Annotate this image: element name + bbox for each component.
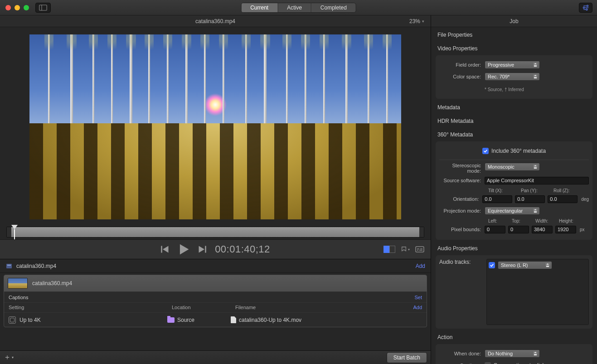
video-properties-group: Field order: Progressive Color space: Re… — [436, 55, 592, 99]
include-360-label: Include 360° metadata — [491, 148, 546, 154]
svg-point-7 — [586, 9, 587, 10]
color-space-label: Color space: — [439, 74, 485, 79]
pb-top-input[interactable]: 0 — [508, 226, 529, 233]
save-captions-checkbox[interactable] — [485, 362, 491, 364]
projection-mode-select[interactable]: Equirectangular — [485, 207, 540, 215]
inspector-pane: Job File Properties Video Properties Fie… — [431, 15, 597, 364]
captions-label: Captions — [9, 295, 28, 300]
output-row[interactable]: Up to 4K Source catalina360-Up to 4K.mov — [4, 312, 427, 327]
window-controls — [5, 5, 29, 10]
left-pane: catalina360.mp4 23% ▾ — [0, 15, 431, 364]
inspector-title: Job — [431, 15, 597, 27]
batch-filename: catalina360.mp4 — [16, 263, 56, 269]
toggle-inspector-button[interactable] — [579, 3, 592, 13]
zoom-window[interactable] — [24, 5, 29, 10]
roll-input[interactable]: 0.0 — [548, 195, 578, 203]
playhead[interactable] — [11, 225, 18, 230]
audio-tracks-list[interactable]: Stereo (L R) — [486, 259, 589, 325]
minimize-window[interactable] — [15, 5, 20, 10]
close-window[interactable] — [5, 5, 11, 10]
section-video-properties[interactable]: Video Properties — [431, 41, 597, 54]
source-software-input[interactable]: Apple CompressorKit — [485, 177, 589, 184]
pb-height-input[interactable]: 1920 — [555, 226, 576, 233]
section-audio-properties[interactable]: Audio Properties — [431, 241, 597, 254]
svg-rect-18 — [6, 264, 12, 268]
col-setting: Setting — [4, 303, 167, 312]
batch-area: catalina360.mp4 Add catalina360.mp4 Capt… — [0, 259, 431, 364]
start-batch-button[interactable]: Start Batch — [387, 352, 427, 363]
svg-rect-0 — [39, 5, 47, 10]
pb-width-input[interactable]: 3840 — [532, 226, 553, 233]
batch-header: catalina360.mp4 Add — [0, 259, 431, 273]
titlebar: Current Active Completed — [0, 0, 597, 15]
audio-tracks-label: Audio tracks: — [439, 259, 485, 325]
stereo-mode-label: Stereoscopic mode: — [439, 163, 485, 174]
pb-left-input[interactable]: 0 — [485, 226, 505, 233]
timeline-container — [0, 222, 431, 239]
zoom-value: 23% — [409, 18, 420, 24]
in-point-handle[interactable] — [7, 227, 11, 237]
section-360-metadata[interactable]: 360° Metadata — [431, 127, 597, 141]
job-thumbnail — [8, 278, 28, 289]
audio-track-select[interactable]: Stereo (L R) — [498, 261, 552, 269]
pb-height-label: Height: — [559, 218, 580, 223]
timecode-display[interactable]: 00:01:40;12 — [215, 243, 270, 255]
batch-footer: ＋▾ Start Batch — [0, 350, 431, 364]
play-button[interactable] — [178, 243, 189, 255]
transport-bar: 00:01:40;12 ▾ — [0, 239, 431, 259]
add-menu-button[interactable]: ＋▾ — [4, 353, 14, 362]
col-location: Location — [167, 303, 231, 312]
add-output-button[interactable]: Add — [408, 303, 427, 312]
tilt-input[interactable]: 0.0 — [482, 195, 512, 203]
svg-rect-11 — [205, 246, 206, 253]
tab-current[interactable]: Current — [241, 3, 277, 12]
preview-viewport[interactable] — [0, 27, 431, 222]
when-done-select[interactable]: Do Nothing — [485, 349, 540, 358]
stereo-mode-select[interactable]: Monoscopic — [485, 163, 540, 171]
pan-input[interactable]: 0.0 — [515, 195, 545, 203]
px-unit: px — [579, 227, 585, 232]
zoom-control[interactable]: 23% ▾ — [409, 18, 424, 24]
tab-active[interactable]: Active — [277, 3, 311, 12]
svg-point-5 — [583, 7, 584, 8]
pan-label: Pan (Y): — [521, 188, 551, 193]
next-frame-button[interactable] — [198, 245, 207, 254]
preview-image — [29, 34, 401, 219]
section-action[interactable]: Action — [431, 330, 597, 343]
output-columns-header: Setting Location Filename Add — [4, 302, 427, 312]
field-order-select[interactable]: Progressive — [485, 61, 540, 69]
section-hdr-metadata[interactable]: HDR Metadata — [431, 113, 597, 127]
compare-view-button[interactable] — [383, 246, 395, 253]
roll-label: Roll (Z): — [553, 188, 583, 193]
svg-point-3 — [587, 5, 588, 6]
color-space-select[interactable]: Rec. 709* — [485, 73, 540, 81]
orientation-label: Orientation: — [439, 196, 482, 202]
svg-rect-19 — [7, 265, 11, 266]
captions-row: Captions Set — [4, 291, 427, 302]
when-done-label: When done: — [439, 351, 485, 356]
tilt-label: Tilt (X): — [488, 188, 518, 193]
add-job-button[interactable]: Add — [416, 263, 425, 269]
marker-button[interactable]: ▾ — [401, 245, 410, 254]
deg-unit: deg — [580, 197, 589, 202]
source-legend: * Source, † Inferred — [485, 85, 524, 92]
chevron-down-icon: ▾ — [422, 19, 424, 24]
audio-track-checkbox[interactable] — [489, 262, 495, 268]
source-software-label: Source software: — [439, 178, 485, 183]
job-header-row[interactable]: catalina360.mp4 — [4, 275, 427, 291]
field-order-label: Field order: — [439, 62, 485, 68]
toggle-sidebar-button[interactable] — [35, 3, 51, 13]
prev-frame-button[interactable] — [160, 245, 170, 254]
pb-width-label: Width: — [535, 218, 556, 223]
section-file-properties[interactable]: File Properties — [431, 27, 597, 41]
captions-overlay-button[interactable] — [415, 245, 424, 254]
svg-rect-8 — [161, 246, 162, 253]
include-360-checkbox[interactable] — [482, 148, 489, 154]
audio-track-row[interactable]: Stereo (L R) — [489, 261, 587, 269]
timeline[interactable] — [6, 227, 424, 238]
job-card[interactable]: catalina360.mp4 Captions Set Setting Loc… — [4, 275, 427, 327]
set-captions-button[interactable]: Set — [414, 295, 422, 300]
tab-completed[interactable]: Completed — [311, 3, 356, 12]
section-metadata[interactable]: Metadata — [431, 100, 597, 113]
out-point-handle[interactable] — [419, 227, 424, 237]
